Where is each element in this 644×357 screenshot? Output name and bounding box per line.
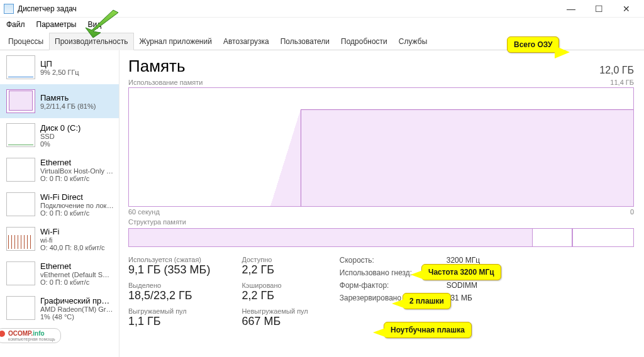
tab-users[interactable]: Пользователи bbox=[275, 33, 335, 50]
sidebar-item-sub: 9% 2,50 ГГц bbox=[40, 69, 79, 76]
memory-composition-bar bbox=[128, 228, 634, 247]
chart-ymax: 11,4 ГБ bbox=[610, 79, 634, 86]
annotation-arrow-icon bbox=[80, 8, 125, 39]
lbl-form: Форм-фактор: bbox=[340, 281, 447, 290]
val-form: SODIMM bbox=[447, 281, 522, 290]
sidebar-thumb-icon bbox=[6, 296, 35, 320]
val-nonpaged: 667 МБ bbox=[242, 315, 308, 328]
lbl-nonpaged: Невыгружаемый пул bbox=[242, 307, 308, 315]
sidebar-item-title: ЦП bbox=[40, 59, 79, 69]
sidebar-item-0[interactable]: ЦП9% 2,50 ГГц bbox=[0, 50, 119, 84]
page-title: Память bbox=[128, 57, 186, 76]
val-cached: 2,2 ГБ bbox=[242, 289, 308, 302]
menu-options[interactable]: Параметры bbox=[34, 19, 79, 30]
structure-title: Структура памяти bbox=[128, 218, 186, 226]
sidebar-item-sub: AMD Radeon(TM) Grap… bbox=[40, 305, 114, 313]
callout-slots: 2 плашки bbox=[402, 293, 451, 309]
maximize-button[interactable]: ☐ bbox=[585, 1, 613, 17]
sidebar-item-sub: VirtualBox Host-Only … bbox=[40, 167, 113, 175]
total-ram: 12,0 ГБ bbox=[599, 65, 634, 76]
chart-x-right: 0 bbox=[630, 208, 634, 216]
tab-services[interactable]: Службы bbox=[393, 33, 433, 50]
callout-laptop-form: Ноутбучная плашка bbox=[384, 322, 472, 338]
sidebar-item-4[interactable]: Wi-Fi DirectПодключение по лока…О: 0 П: … bbox=[0, 187, 119, 222]
sidebar-thumb-icon bbox=[6, 261, 35, 285]
callout-total-ram: Всего ОЗУ bbox=[507, 36, 559, 53]
sidebar-item-6[interactable]: EthernetvEthernet (Default Swit…О: 0 П: … bbox=[0, 256, 119, 291]
sidebar-item-sub2: О: 40,0 П: 8,0 кбит/с bbox=[40, 244, 105, 251]
tab-processes[interactable]: Процессы bbox=[3, 33, 49, 50]
sidebar-item-title: Wi-Fi bbox=[40, 227, 105, 236]
close-button[interactable]: ✕ bbox=[613, 1, 640, 17]
sidebar-item-title: Wi-Fi Direct bbox=[40, 192, 114, 202]
chart-title: Использование памяти bbox=[128, 79, 203, 86]
performance-sidebar[interactable]: ЦП9% 2,50 ГГцПамять9,2/11,4 ГБ (81%)Диск… bbox=[0, 50, 119, 357]
sidebar-thumb-icon bbox=[6, 192, 35, 216]
sidebar-thumb-icon bbox=[6, 55, 35, 79]
sidebar-item-sub: wi-fi bbox=[40, 236, 105, 244]
tab-app-history[interactable]: Журнал приложений bbox=[134, 33, 218, 50]
sidebar-item-sub: SSD bbox=[40, 133, 80, 140]
minimize-button[interactable]: — bbox=[557, 1, 585, 17]
val-speed: 3200 МГц bbox=[447, 256, 522, 265]
callout-frequency: Частота 3200 МГц bbox=[421, 264, 501, 280]
sidebar-item-sub2: 1% (48 °C) bbox=[40, 313, 114, 321]
sidebar-item-sub2: О: 0 П: 0 кбит/с bbox=[40, 209, 114, 217]
sidebar-item-title: Ethernet bbox=[40, 261, 114, 271]
memory-stats: Используется (сжатая)9,1 ГБ (353 МБ) Выд… bbox=[128, 256, 634, 328]
tab-details[interactable]: Подробности bbox=[335, 33, 393, 50]
val-paged: 1,1 ГБ bbox=[128, 315, 210, 328]
sidebar-item-1[interactable]: Память9,2/11,4 ГБ (81%) bbox=[0, 84, 119, 118]
memory-usage-chart bbox=[128, 87, 634, 207]
val-avail: 2,2 ГБ bbox=[242, 263, 308, 277]
sidebar-thumb-icon bbox=[6, 158, 35, 182]
lbl-avail: Доступно bbox=[242, 256, 308, 263]
lbl-commit: Выделено bbox=[128, 282, 210, 289]
sidebar-item-3[interactable]: EthernetVirtualBox Host-Only …О: 0 П: 0 … bbox=[0, 153, 119, 187]
sidebar-thumb-icon bbox=[6, 123, 35, 147]
watermark-badge: OCOMP.infoкомпьютерная помощь bbox=[0, 328, 61, 343]
sidebar-item-title: Графический про… bbox=[40, 296, 114, 305]
sidebar-thumb-icon bbox=[6, 227, 35, 251]
sidebar-item-sub2: О: 0 П: 0 кбит/с bbox=[40, 278, 114, 286]
sidebar-item-title: Память bbox=[40, 93, 96, 102]
sidebar-item-title: Ethernet bbox=[40, 158, 113, 167]
sidebar-item-7[interactable]: Графический про…AMD Radeon(TM) Grap…1% (… bbox=[0, 291, 119, 326]
sidebar-item-2[interactable]: Диск 0 (C:)SSD0% bbox=[0, 118, 119, 153]
sidebar-item-sub: vEthernet (Default Swit… bbox=[40, 271, 114, 278]
val-reserved: 631 МБ bbox=[447, 294, 522, 302]
menu-file[interactable]: Файл bbox=[4, 19, 28, 30]
sidebar-item-sub: 9,2/11,4 ГБ (81%) bbox=[40, 102, 96, 110]
taskmgr-icon bbox=[4, 4, 14, 14]
lbl-speed: Скорость: bbox=[340, 256, 447, 265]
memory-pane: Память 12,0 ГБ Использование памяти 11,4… bbox=[119, 50, 644, 357]
sidebar-item-title: Диск 0 (C:) bbox=[40, 123, 80, 133]
chart-x-left: 60 секунд bbox=[128, 208, 160, 216]
lbl-paged: Выгружаемый пул bbox=[128, 307, 210, 315]
sidebar-item-sub2: О: 0 П: 0 кбит/с bbox=[40, 175, 113, 182]
sidebar-item-sub2: 0% bbox=[40, 140, 80, 148]
val-commit: 18,5/23,2 ГБ bbox=[128, 289, 210, 302]
val-in-use: 9,1 ГБ (353 МБ) bbox=[128, 263, 210, 277]
lbl-cached: Кэшировано bbox=[242, 282, 308, 289]
sidebar-thumb-icon bbox=[6, 89, 35, 113]
sidebar-item-5[interactable]: Wi-Fiwi-fiО: 40,0 П: 8,0 кбит/с bbox=[0, 222, 119, 256]
lbl-in-use: Используется (сжатая) bbox=[128, 256, 210, 263]
tab-startup[interactable]: Автозагрузка bbox=[218, 33, 275, 50]
sidebar-item-sub: Подключение по лока… bbox=[40, 202, 114, 209]
